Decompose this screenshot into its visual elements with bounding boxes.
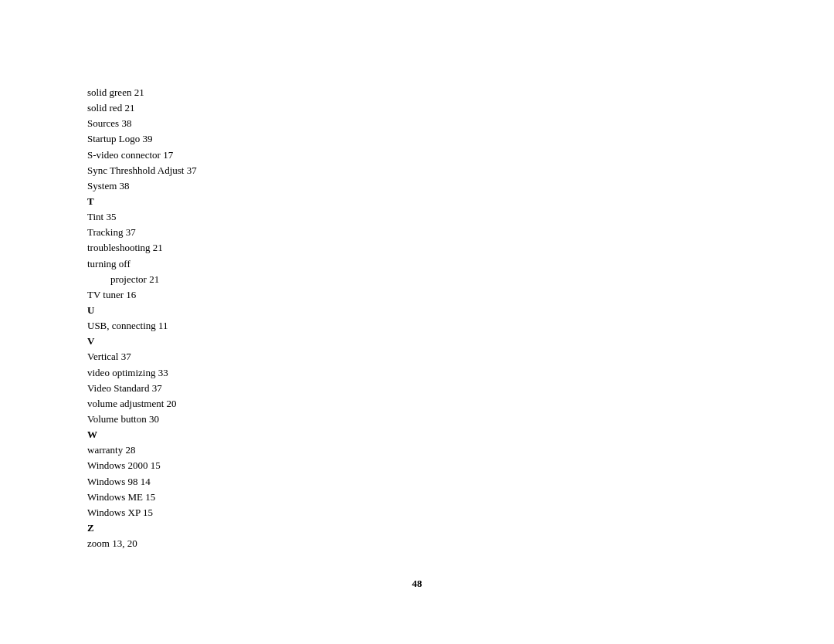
- index-entry-z-header: Z: [87, 520, 197, 536]
- index-entry-troubleshooting: troubleshooting 21: [87, 240, 197, 256]
- index-entry-windows-xp: Windows XP 15: [87, 505, 197, 520]
- index-entry-turning-off: turning off: [87, 256, 197, 272]
- index-entry-system: System 38: [87, 178, 197, 194]
- index-entry-windows-98: Windows 98 14: [87, 474, 197, 490]
- index-entry-t-header: T: [87, 194, 197, 209]
- index-entry-volume-adjustment: volume adjustment 20: [87, 396, 197, 412]
- index-content: solid green 21solid red 21Sources 38Star…: [87, 85, 197, 551]
- index-entry-w-header: W: [87, 427, 197, 442]
- index-entry-windows-me: Windows ME 15: [87, 490, 197, 505]
- page-number: 48: [412, 578, 422, 590]
- index-entry-volume-button: Volume button 30: [87, 412, 197, 427]
- index-entry-solid-green: solid green 21: [87, 85, 197, 100]
- index-entry-video-optimizing: video optimizing 33: [87, 365, 197, 381]
- index-entry-sync-threshhold: Sync Threshhold Adjust 37: [87, 163, 197, 178]
- index-entry-s-video-connector: S-video connector 17: [87, 147, 197, 163]
- index-entry-vertical: Vertical 37: [87, 349, 197, 364]
- index-entry-tint: Tint 35: [87, 209, 197, 225]
- index-entry-startup-logo: Startup Logo 39: [87, 131, 197, 147]
- index-entry-solid-red: solid red 21: [87, 100, 197, 116]
- index-entry-tracking: Tracking 37: [87, 225, 197, 240]
- index-entry-v-header: V: [87, 334, 197, 349]
- index-entry-zoom: zoom 13, 20: [87, 536, 197, 551]
- index-entry-projector: projector 21: [87, 272, 197, 287]
- index-entry-u-header: U: [87, 303, 197, 318]
- index-entry-tv-tuner: TV tuner 16: [87, 287, 197, 303]
- index-entry-sources: Sources 38: [87, 116, 197, 131]
- index-entry-warranty: warranty 28: [87, 442, 197, 458]
- index-entry-usb-connecting: USB, connecting 11: [87, 318, 197, 334]
- index-entry-windows-2000: Windows 2000 15: [87, 458, 197, 473]
- index-entry-video-standard: Video Standard 37: [87, 381, 197, 396]
